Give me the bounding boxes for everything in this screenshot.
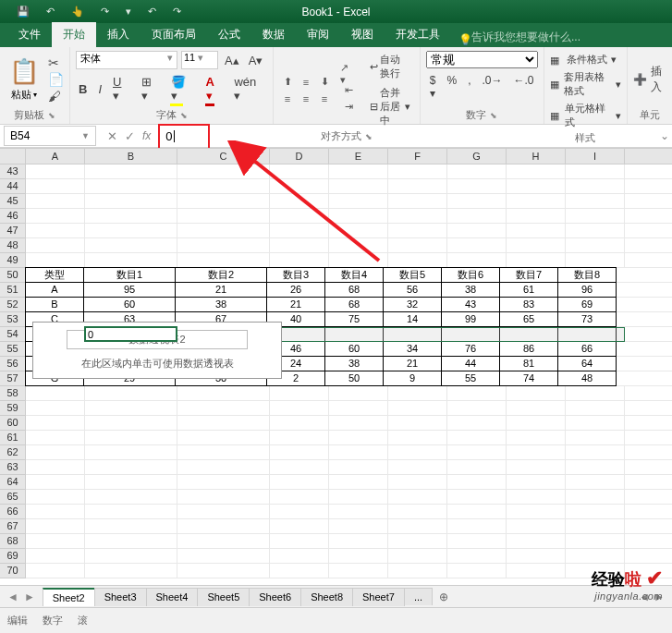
- cell-E56[interactable]: 38: [324, 356, 384, 371]
- cell-G69[interactable]: [447, 549, 507, 563]
- cell-E67[interactable]: [329, 519, 388, 533]
- cell-F66[interactable]: [388, 505, 447, 518]
- cell-H66[interactable]: [507, 505, 566, 518]
- cell-E69[interactable]: [329, 549, 388, 563]
- row-header-60[interactable]: 60: [0, 416, 25, 431]
- cell-G62[interactable]: [447, 445, 507, 459]
- cell-F47[interactable]: [388, 224, 447, 237]
- border-button[interactable]: ⊞ ▾: [139, 73, 163, 104]
- cell-C69[interactable]: [177, 549, 270, 563]
- cell-H67[interactable]: [507, 519, 566, 533]
- cell-G47[interactable]: [447, 224, 507, 237]
- row-header-47[interactable]: 47: [0, 224, 25, 238]
- cell-A61[interactable]: [26, 431, 85, 444]
- tab-layout[interactable]: 页面布局: [141, 22, 207, 47]
- cell-D69[interactable]: [270, 549, 329, 563]
- cell-C67[interactable]: [177, 519, 270, 533]
- cell-I46[interactable]: [566, 209, 625, 223]
- col-header-G[interactable]: G: [447, 149, 507, 164]
- cell-H49[interactable]: [507, 253, 566, 267]
- cell-E47[interactable]: [329, 224, 388, 237]
- cell-B66[interactable]: [85, 505, 177, 518]
- cell-F63[interactable]: [388, 460, 447, 474]
- cell-B64[interactable]: [85, 475, 177, 489]
- tab-view[interactable]: 视图: [340, 22, 385, 47]
- sheet-prev-icon[interactable]: ◄: [7, 590, 18, 603]
- decrease-font-icon[interactable]: A▾: [246, 52, 266, 69]
- cell-F51[interactable]: 56: [383, 282, 442, 298]
- touch-icon[interactable]: 👆: [71, 6, 84, 18]
- cell-C68[interactable]: [177, 534, 270, 548]
- row-header-51[interactable]: 51: [0, 283, 25, 298]
- cell-F53[interactable]: 14: [383, 311, 442, 327]
- cell-E65[interactable]: [329, 490, 388, 504]
- cell-A70[interactable]: [26, 564, 85, 578]
- cell-A44[interactable]: [26, 179, 85, 193]
- cell-G53[interactable]: 99: [441, 311, 500, 327]
- format-table-button[interactable]: ▦套用表格格式 ▾: [550, 68, 622, 100]
- cell-B60[interactable]: [85, 416, 177, 430]
- cell-E60[interactable]: [329, 416, 388, 430]
- cell-C43[interactable]: [177, 164, 270, 178]
- row-header-62[interactable]: 62: [0, 445, 25, 460]
- cell-A52[interactable]: B: [25, 297, 84, 312]
- cell-I59[interactable]: [566, 401, 625, 415]
- cell-C46[interactable]: [177, 209, 270, 223]
- sheet-tab-Sheet5[interactable]: Sheet5: [197, 588, 250, 606]
- cell-B48[interactable]: [85, 238, 177, 252]
- cell-I68[interactable]: [566, 534, 625, 548]
- row-header-58[interactable]: 58: [0, 386, 25, 401]
- cell-G58[interactable]: [447, 386, 507, 400]
- row-header-52[interactable]: 52: [0, 298, 25, 312]
- merge-center-button[interactable]: ⊟合并后居中 ▾: [366, 84, 414, 129]
- cell-F57[interactable]: 9: [383, 371, 442, 386]
- tab-dev[interactable]: 开发工具: [385, 22, 451, 47]
- clipboard-launcher-icon[interactable]: ⬊: [48, 111, 55, 120]
- cell-D59[interactable]: [270, 401, 329, 415]
- add-sheet-button[interactable]: ⊕: [432, 588, 456, 606]
- cell-A45[interactable]: [26, 194, 85, 208]
- align-left-icon[interactable]: ≡: [279, 91, 296, 106]
- cell-I69[interactable]: [566, 549, 625, 563]
- cell-H51[interactable]: 61: [499, 282, 558, 298]
- cell-H44[interactable]: [507, 179, 566, 193]
- col-header-I[interactable]: I: [566, 149, 625, 164]
- align-middle-icon[interactable]: ≡: [298, 75, 314, 90]
- cell-A47[interactable]: [26, 224, 85, 237]
- cell-I47[interactable]: [566, 224, 625, 237]
- row-header-45[interactable]: 45: [0, 194, 25, 209]
- cell-H55[interactable]: 86: [499, 341, 558, 357]
- cell-C50[interactable]: 数目2: [175, 267, 267, 283]
- row-header-59[interactable]: 59: [0, 401, 25, 416]
- sheet-tab-Sheet4[interactable]: Sheet4: [146, 588, 199, 606]
- row-header-66[interactable]: 66: [0, 505, 25, 519]
- cell-F55[interactable]: 34: [383, 341, 442, 357]
- cell-A51[interactable]: A: [25, 282, 84, 298]
- cell-I56[interactable]: 64: [557, 356, 617, 371]
- cell-C49[interactable]: [177, 253, 270, 267]
- cell-I50[interactable]: 数目8: [557, 267, 617, 283]
- cell-I66[interactable]: [566, 505, 625, 518]
- cell-D70[interactable]: [270, 564, 329, 578]
- cut-icon[interactable]: ✂: [48, 55, 64, 70]
- cell-B67[interactable]: [85, 519, 177, 533]
- cell-I67[interactable]: [566, 519, 625, 533]
- cell-A69[interactable]: [26, 549, 85, 563]
- cell-B68[interactable]: [85, 534, 177, 548]
- sheet-tab-Sheet3[interactable]: Sheet3: [94, 588, 147, 606]
- cell-B65[interactable]: [85, 490, 177, 504]
- row-header-68[interactable]: 68: [0, 534, 25, 549]
- cell-E68[interactable]: [329, 534, 388, 548]
- cell-G66[interactable]: [447, 505, 507, 518]
- cell-A68[interactable]: [26, 534, 85, 548]
- cell-I65[interactable]: [566, 490, 625, 504]
- cell-F54[interactable]: [383, 326, 442, 342]
- cell-E46[interactable]: [329, 209, 388, 223]
- cell-A46[interactable]: [26, 209, 85, 223]
- cell-B59[interactable]: [85, 401, 177, 415]
- cell-H68[interactable]: [507, 534, 566, 548]
- cell-B63[interactable]: [85, 460, 177, 474]
- cell-A64[interactable]: [26, 475, 85, 489]
- cell-E63[interactable]: [329, 460, 388, 474]
- cell-D63[interactable]: [270, 460, 329, 474]
